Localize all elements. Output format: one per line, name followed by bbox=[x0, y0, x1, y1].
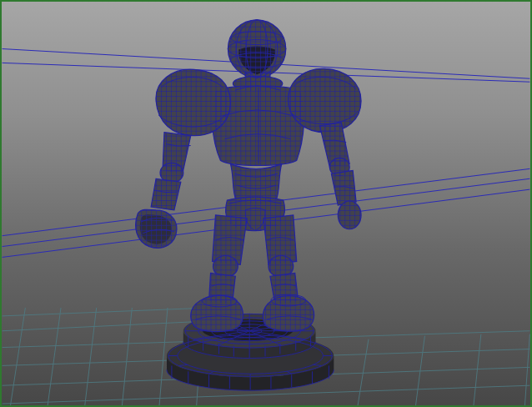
viewport-3d[interactable] bbox=[0, 0, 532, 407]
scene-canvas bbox=[2, 2, 530, 405]
